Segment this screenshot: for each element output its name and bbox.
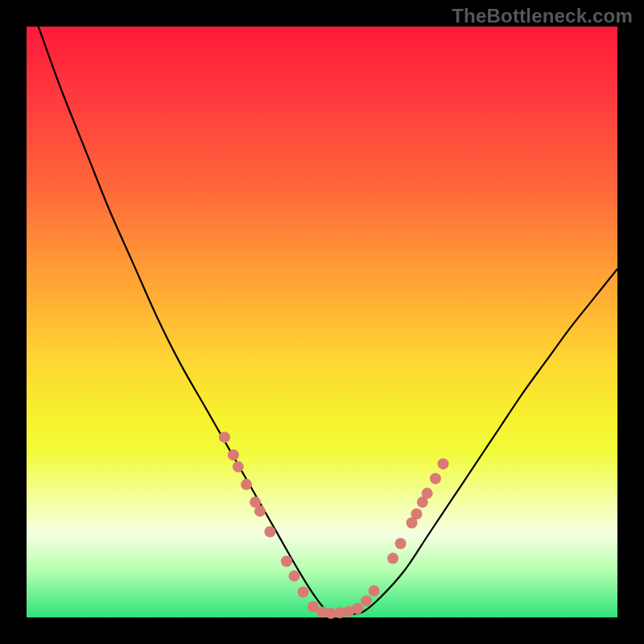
datapoint-markers	[219, 431, 449, 619]
datapoint-marker	[369, 585, 380, 597]
bottleneck-curve	[39, 27, 617, 614]
datapoint-marker	[289, 571, 300, 582]
datapoint-marker	[411, 509, 422, 520]
curve-svg	[27, 27, 617, 617]
datapoint-marker	[298, 586, 309, 597]
datapoint-marker	[228, 449, 239, 460]
datapoint-marker	[352, 603, 363, 614]
datapoint-marker	[430, 473, 441, 485]
datapoint-marker	[422, 488, 433, 499]
watermark-text: TheBottleneck.com	[452, 5, 633, 27]
plot-area	[27, 27, 617, 617]
datapoint-marker	[241, 479, 252, 490]
datapoint-marker	[219, 431, 230, 443]
datapoint-marker	[254, 506, 266, 517]
chart-frame: TheBottleneck.com	[0, 0, 644, 644]
datapoint-marker	[264, 526, 275, 538]
datapoint-marker	[387, 553, 398, 564]
datapoint-marker	[361, 595, 372, 606]
datapoint-marker	[281, 555, 292, 567]
datapoint-marker	[395, 538, 407, 549]
datapoint-marker	[437, 458, 448, 469]
datapoint-marker	[233, 461, 244, 473]
